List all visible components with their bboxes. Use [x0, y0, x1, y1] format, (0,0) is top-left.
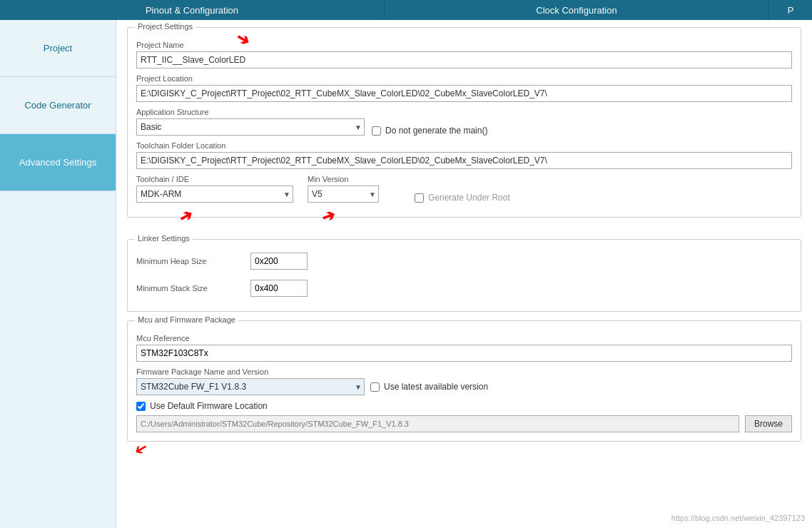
project-location-field: Project Location	[136, 74, 792, 102]
min-stack-row: Minimum Stack Size	[136, 280, 792, 297]
use-default-firmware-label: Use Default Firmware Location	[150, 401, 268, 411]
sidebar-item-code-generator[interactable]: Code Generator	[0, 77, 116, 134]
firmware-path-row: Browse	[136, 415, 792, 432]
project-name-field: Project Name ➔	[136, 41, 792, 68]
use-default-firmware-row: Use Default Firmware Location	[136, 401, 792, 411]
firmware-package-field: Firmware Package Name and Version STM32C…	[136, 367, 792, 395]
use-latest-label: Use latest available version	[384, 382, 488, 392]
mcu-firmware-section: Mcu and Firmware Package Mcu Reference F…	[127, 320, 801, 442]
linker-settings-section: Linker Settings Minimum Heap Size Minimu…	[127, 239, 801, 312]
sidebar-item-project[interactable]: Project	[0, 20, 116, 77]
min-version-select[interactable]: V5	[308, 186, 379, 203]
toolchain-ide-select[interactable]: MDK-ARM	[136, 186, 293, 203]
min-version-label: Min Version	[308, 175, 379, 183]
generate-under-root-row: Generate Under Root	[415, 193, 510, 203]
firmware-package-label: Firmware Package Name and Version	[136, 367, 792, 376]
arrow-bottom: ➔	[131, 438, 152, 461]
main-layout: Project Code Generator Advanced Settings…	[0, 20, 812, 528]
use-latest-row: Use latest available version	[370, 382, 488, 392]
do-not-generate-main-label: Do not generate the main()	[385, 126, 487, 136]
toolchain-ide-row: Toolchain / IDE MDK-ARM ▼ ➔ Min Version	[136, 175, 792, 203]
toolchain-folder-input[interactable]	[136, 152, 792, 169]
app-structure-label: Application Structure	[136, 108, 365, 116]
mcu-reference-label: Mcu Reference	[136, 334, 792, 342]
min-stack-input[interactable]	[250, 280, 308, 297]
mcu-firmware-title: Mcu and Firmware Package	[135, 315, 238, 324]
linker-fields: Minimum Heap Size Minimum Stack Size	[136, 253, 792, 303]
mcu-reference-input[interactable]	[136, 345, 792, 362]
arrow-version: ➔	[320, 207, 337, 226]
use-latest-checkbox[interactable]	[370, 382, 380, 392]
browse-button[interactable]: Browse	[745, 415, 792, 432]
firmware-package-select[interactable]: STM32Cube FW_F1 V1.8.3	[136, 378, 365, 395]
min-heap-input[interactable]	[250, 253, 308, 270]
tab-p[interactable]: P	[769, 0, 812, 20]
firmware-path-input	[136, 415, 739, 432]
use-default-firmware-checkbox[interactable]	[136, 402, 146, 411]
project-name-input[interactable]	[136, 51, 792, 68]
app-structure-row: Application Structure Basic ▼ Do not gen…	[136, 108, 792, 136]
generate-under-root-checkbox[interactable]	[415, 193, 424, 203]
firmware-package-row: STM32Cube FW_F1 V1.8.3 ▼ Use latest avai…	[136, 378, 792, 395]
generate-under-root-label: Generate Under Root	[428, 193, 510, 203]
linker-settings-title: Linker Settings	[135, 234, 193, 243]
mcu-reference-field: Mcu Reference	[136, 334, 792, 362]
do-not-generate-main-checkbox[interactable]	[372, 126, 381, 136]
watermark: https://blog.csdn.net/weixin_42397123	[671, 514, 805, 522]
tab-clock-configuration[interactable]: Clock Configuration	[385, 0, 769, 20]
main-content: Project Settings Project Name ➔ Project …	[116, 20, 812, 528]
toolchain-folder-label: Toolchain Folder Location	[136, 141, 792, 150]
toolchain-ide-label: Toolchain / IDE	[136, 175, 293, 183]
tab-pinout-configuration[interactable]: Pinout & Configuration	[0, 0, 385, 20]
top-navigation-bar: Pinout & Configuration Clock Configurati…	[0, 0, 812, 20]
do-not-generate-main-row: Do not generate the main()	[372, 126, 487, 136]
toolchain-folder-field: Toolchain Folder Location	[136, 141, 792, 169]
project-settings-section: Project Settings Project Name ➔ Project …	[127, 27, 801, 218]
firmware-select-wrapper: STM32Cube FW_F1 V1.8.3 ▼	[136, 378, 365, 395]
min-heap-label: Minimum Heap Size	[136, 257, 243, 265]
project-name-label: Project Name	[136, 41, 792, 49]
sidebar: Project Code Generator Advanced Settings	[0, 20, 116, 528]
arrow-toolchain: ➔	[176, 206, 196, 226]
project-settings-title: Project Settings	[135, 22, 196, 31]
project-location-label: Project Location	[136, 74, 792, 83]
min-stack-label: Minimum Stack Size	[136, 284, 243, 293]
app-structure-select[interactable]: Basic	[136, 118, 365, 136]
min-heap-row: Minimum Heap Size	[136, 253, 792, 270]
project-location-input[interactable]	[136, 85, 792, 102]
sidebar-item-advanced-settings[interactable]: Advanced Settings	[0, 134, 116, 191]
